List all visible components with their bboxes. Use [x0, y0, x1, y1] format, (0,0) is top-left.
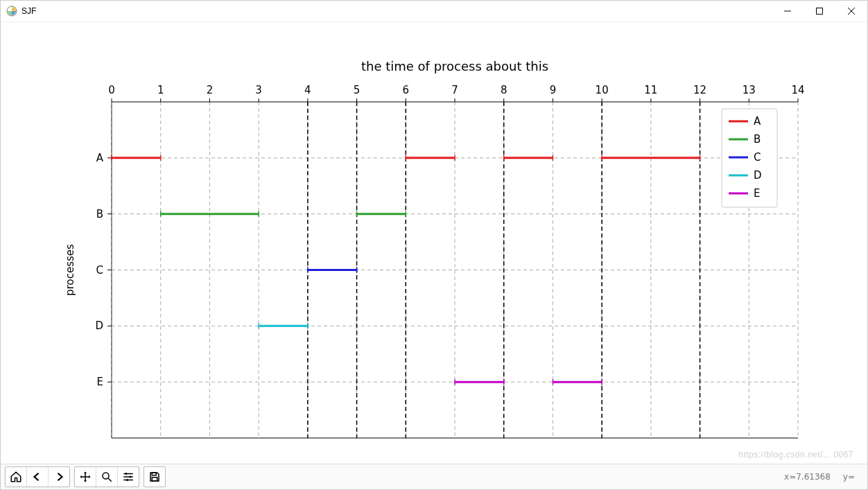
zoom-button[interactable]	[96, 467, 118, 487]
close-button[interactable]	[835, 1, 867, 21]
save-button[interactable]	[144, 467, 165, 487]
y-axis-label: processes	[64, 244, 76, 296]
app-window: SJF the time of process about this012345…	[0, 0, 868, 490]
y-tick-label: E	[97, 376, 103, 388]
close-icon	[848, 8, 855, 15]
zoom-icon	[101, 471, 113, 483]
legend-label: D	[754, 169, 762, 182]
back-button[interactable]	[27, 467, 49, 487]
pan-button[interactable]	[75, 467, 96, 487]
x-tick-label: 0	[108, 84, 115, 96]
svg-point-75	[126, 479, 128, 481]
x-tick-label: 9	[550, 84, 557, 96]
legend-label: C	[754, 151, 761, 164]
config-button[interactable]	[118, 467, 139, 487]
x-tick-label: 2	[207, 84, 214, 96]
move-icon	[79, 471, 92, 483]
svg-rect-76	[152, 473, 156, 475]
x-tick-label: 1	[157, 84, 164, 96]
legend-label: E	[754, 187, 760, 200]
x-tick-label: 14	[791, 84, 804, 96]
x-tick-label: 4	[304, 84, 311, 96]
svg-rect-77	[152, 478, 157, 481]
status-x: x=7.61368	[784, 472, 831, 482]
status-y: y=	[843, 472, 855, 482]
legend-label: B	[754, 133, 761, 146]
nav-toolbar: x=7.61368 y=	[1, 464, 867, 489]
svg-rect-2	[817, 8, 823, 15]
window-title: SJF	[21, 6, 36, 16]
svg-point-68	[103, 473, 109, 479]
sliders-icon	[122, 471, 134, 483]
maximize-button[interactable]	[804, 1, 835, 21]
minimize-icon	[784, 8, 791, 15]
chart-title: the time of process about this	[361, 59, 548, 73]
forward-button[interactable]	[49, 467, 69, 487]
maximize-icon	[816, 8, 823, 15]
app-icon	[6, 6, 17, 17]
svg-line-69	[108, 478, 112, 482]
svg-point-74	[130, 476, 132, 478]
x-tick-label: 13	[743, 84, 756, 96]
chart-svg: the time of process about this0123456789…	[1, 22, 867, 465]
x-tick-label: 12	[693, 84, 706, 96]
y-tick-label: B	[96, 208, 103, 220]
minimize-button[interactable]	[772, 1, 804, 21]
x-tick-label: 8	[501, 84, 507, 96]
home-button[interactable]	[6, 467, 27, 487]
y-tick-label: C	[96, 264, 103, 277]
save-icon	[148, 471, 161, 483]
titlebar: SJF	[1, 1, 867, 22]
y-tick-label: A	[96, 152, 104, 164]
x-tick-label: 11	[644, 84, 657, 96]
x-tick-label: 3	[255, 84, 262, 96]
legend-label: A	[754, 115, 761, 128]
plot-canvas[interactable]: the time of process about this0123456789…	[1, 22, 867, 464]
home-icon	[10, 471, 22, 483]
x-tick-label: 7	[451, 84, 458, 96]
y-tick-label: D	[95, 320, 103, 332]
arrow-right-icon	[53, 471, 65, 483]
x-tick-label: 5	[354, 84, 361, 96]
arrow-left-icon	[31, 471, 44, 483]
status-bar: x=7.61368 y=	[784, 472, 863, 482]
x-tick-label: 10	[596, 84, 609, 96]
svg-point-73	[125, 473, 128, 475]
x-tick-label: 6	[403, 84, 410, 96]
